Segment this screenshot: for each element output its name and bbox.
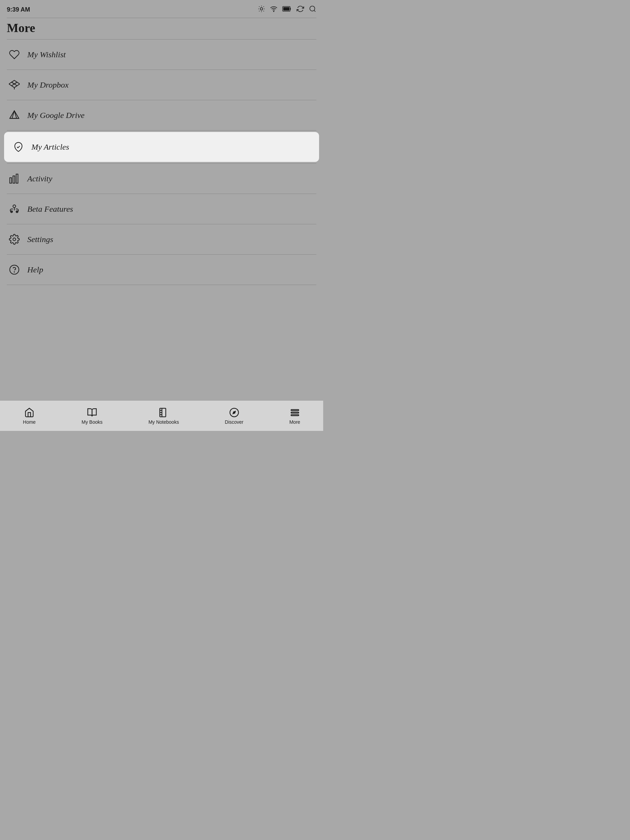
menu-item-google-drive[interactable]: My Google Drive	[0, 100, 323, 130]
svg-line-7	[259, 11, 259, 11]
svg-rect-30	[291, 409, 298, 411]
beta-icon	[7, 202, 22, 216]
search-icon[interactable]	[309, 5, 316, 14]
divider-3	[7, 130, 316, 131]
svg-point-21	[10, 265, 19, 275]
settings-icon	[7, 232, 22, 247]
svg-line-8	[264, 6, 264, 6]
svg-rect-16	[16, 174, 18, 183]
nav-item-my-notebooks[interactable]: My Notebooks	[142, 404, 185, 428]
home-nav-icon	[24, 407, 35, 418]
wishlist-label: My Wishlist	[27, 50, 66, 59]
svg-point-17	[13, 205, 16, 208]
menu-item-wishlist[interactable]: My Wishlist	[0, 39, 323, 69]
notebooks-nav-icon	[158, 407, 169, 418]
svg-rect-31	[291, 412, 298, 413]
heart-icon	[7, 47, 22, 62]
nav-item-discover[interactable]: Discover	[218, 404, 250, 428]
svg-rect-11	[283, 7, 289, 11]
svg-rect-14	[10, 178, 12, 183]
svg-point-12	[310, 6, 315, 11]
page-title: More	[0, 18, 323, 39]
menu-item-settings[interactable]: Settings	[0, 224, 323, 254]
status-icons	[258, 5, 316, 14]
menu-item-beta[interactable]: Beta Features	[0, 194, 323, 224]
home-nav-label: Home	[23, 419, 35, 425]
svg-point-0	[260, 8, 262, 10]
settings-label: Settings	[27, 235, 53, 244]
svg-line-6	[264, 11, 264, 11]
menu-item-help[interactable]: Help	[0, 255, 323, 285]
articles-icon	[11, 139, 26, 155]
svg-rect-32	[291, 415, 298, 415]
bottom-nav: Home My Books My Notebooks	[0, 400, 323, 431]
beta-label: Beta Features	[27, 205, 73, 214]
menu-content: My Wishlist My Dropbox	[0, 39, 323, 316]
dropbox-icon	[7, 77, 22, 92]
nav-item-more[interactable]: More	[283, 404, 307, 428]
notebooks-nav-label: My Notebooks	[148, 419, 178, 425]
sync-icon	[297, 5, 304, 14]
drive-label: My Google Drive	[27, 111, 85, 120]
status-bar: 9:39 AM	[0, 0, 323, 18]
books-nav-label: My Books	[82, 419, 102, 425]
help-icon	[7, 262, 22, 277]
svg-line-13	[314, 10, 315, 12]
svg-marker-29	[232, 411, 236, 414]
articles-label: My Articles	[32, 142, 69, 152]
nav-item-my-books[interactable]: My Books	[75, 404, 109, 428]
nav-item-home[interactable]: Home	[16, 404, 42, 428]
svg-point-20	[13, 238, 16, 241]
activity-label: Activity	[27, 174, 52, 183]
menu-section: My Wishlist My Dropbox	[0, 39, 323, 285]
dropbox-label: My Dropbox	[27, 81, 68, 90]
menu-item-dropbox[interactable]: My Dropbox	[0, 70, 323, 100]
more-nav-icon	[289, 407, 300, 418]
menu-item-articles[interactable]: My Articles	[4, 132, 319, 162]
battery-icon	[282, 6, 292, 14]
discover-nav-label: Discover	[225, 419, 243, 425]
discover-nav-icon	[229, 407, 240, 418]
help-label: Help	[27, 265, 43, 275]
wifi-icon	[270, 5, 278, 14]
menu-item-activity[interactable]: Activity	[0, 164, 323, 194]
drive-icon	[7, 108, 22, 123]
svg-point-9	[273, 11, 274, 12]
books-nav-icon	[87, 407, 98, 418]
activity-icon	[7, 171, 22, 186]
status-time: 9:39 AM	[7, 6, 30, 13]
brightness-icon	[258, 5, 265, 14]
more-nav-label: More	[289, 419, 300, 425]
svg-rect-15	[13, 176, 15, 183]
svg-line-5	[259, 6, 259, 6]
